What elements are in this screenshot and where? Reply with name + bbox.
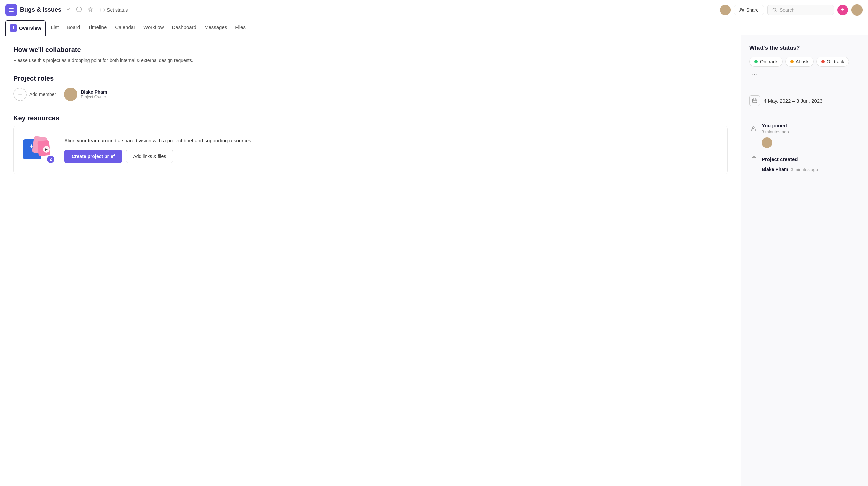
activity-created-detail: Blake Pham 3 minutes ago <box>749 167 860 172</box>
clipboard-icon <box>749 155 759 164</box>
joined-people-icon <box>749 124 759 133</box>
svg-rect-8 <box>753 99 757 103</box>
add-member-button[interactable]: + Add member <box>13 88 56 101</box>
set-status-button[interactable]: Set status <box>97 6 130 14</box>
user-avatar-left <box>720 5 731 15</box>
activity-created-title: Project created <box>762 156 798 162</box>
activity-joined-avatar <box>762 137 772 148</box>
red-dot-icon <box>821 60 825 63</box>
status-circle-icon <box>100 8 105 12</box>
tab-overview[interactable]: 1 Overview <box>5 20 46 36</box>
sidebar-divider-1 <box>749 87 860 88</box>
tab-calendar[interactable]: Calendar <box>111 20 139 35</box>
search-icon <box>772 8 777 12</box>
project-roles-section: Project roles + Add member Blake Pham Pr… <box>13 75 728 101</box>
search-box[interactable]: Search <box>767 5 834 15</box>
info-icon[interactable] <box>75 5 84 15</box>
menu-button[interactable] <box>5 4 18 16</box>
member-name: Blake Pham <box>81 90 107 95</box>
svg-rect-10 <box>752 157 756 162</box>
add-member-circle-icon: + <box>13 88 27 101</box>
chevron-down-icon[interactable] <box>65 6 72 14</box>
yellow-dot-icon <box>790 60 794 63</box>
key-resources-section: Key resources ✦ ▶ 2 Align your team arou… <box>13 115 728 174</box>
green-dot-icon <box>754 60 758 63</box>
project-title: Bugs & Issues <box>20 6 61 13</box>
activity-created-header: Project created <box>749 155 860 164</box>
member-role: Project Owner <box>81 95 107 99</box>
create-project-brief-button[interactable]: Create project brief <box>64 150 122 163</box>
activity-joined-header: You joined 3 minutes ago <box>749 123 860 134</box>
nav-tabs: 1 Overview List Board Timeline Calendar … <box>0 20 868 35</box>
date-range-text: 4 May, 2022 – 3 Jun, 2023 <box>764 98 823 104</box>
content-area: How we'll collaborate Please use this pr… <box>0 35 741 486</box>
svg-point-9 <box>752 127 754 129</box>
share-people-icon <box>739 7 744 13</box>
project-roles-title: Project roles <box>13 75 728 83</box>
resource-number-badge: 2 <box>47 156 54 163</box>
main-layout: How we'll collaborate Please use this pr… <box>0 35 868 486</box>
tab-messages[interactable]: Messages <box>200 20 231 35</box>
svg-rect-1 <box>9 10 14 10</box>
on-track-label: On track <box>760 59 778 64</box>
at-risk-label: At risk <box>796 59 809 64</box>
activity-joined: You joined 3 minutes ago <box>749 123 860 148</box>
resource-description: Align your team around a shared vision w… <box>64 137 718 144</box>
tab-dashboard[interactable]: Dashboard <box>168 20 200 35</box>
member-info: Blake Pham Project Owner <box>81 90 107 99</box>
svg-rect-0 <box>9 8 14 9</box>
resource-illustration: ✦ ▶ 2 <box>23 136 56 163</box>
star-icon[interactable] <box>86 5 95 15</box>
status-on-track-button[interactable]: On track <box>749 57 782 67</box>
status-at-risk-button[interactable]: At risk <box>785 57 814 67</box>
status-section-title: What's the status? <box>749 45 860 52</box>
date-row: 4 May, 2022 – 3 Jun, 2023 <box>749 95 860 106</box>
activity-created-author: Blake Pham <box>762 167 788 172</box>
collaborate-desc: Please use this project as a dropping po… <box>13 57 728 64</box>
play-icon: ▶ <box>43 146 50 153</box>
status-more-button[interactable]: ··· <box>749 69 760 79</box>
svg-rect-2 <box>9 11 14 12</box>
off-track-label: Off track <box>827 59 844 64</box>
activity-created-time: 3 minutes ago <box>790 167 818 172</box>
share-button[interactable]: Share <box>734 5 764 15</box>
add-links-files-button[interactable]: Add links & files <box>126 150 173 163</box>
activity-joined-time: 3 minutes ago <box>762 129 789 134</box>
tab-number-badge: 1 <box>10 24 17 32</box>
tab-files[interactable]: Files <box>231 20 250 35</box>
add-button[interactable]: + <box>837 5 848 15</box>
svg-point-4 <box>79 8 80 9</box>
resource-buttons: Create project brief Add links & files <box>64 150 718 163</box>
avatar <box>64 88 78 101</box>
tab-workflow[interactable]: Workflow <box>139 20 167 35</box>
roles-row: + Add member Blake Pham Project Owner <box>13 88 728 101</box>
resources-card: ✦ ▶ 2 Align your team around a shared vi… <box>13 126 728 174</box>
topbar: Bugs & Issues Set status Share Search + <box>0 0 868 20</box>
status-buttons: On track At risk Off track ··· <box>749 57 860 79</box>
calendar-icon <box>749 95 760 106</box>
tab-board[interactable]: Board <box>63 20 84 35</box>
resource-text: Align your team around a shared vision w… <box>64 137 718 163</box>
collaborate-title: How we'll collaborate <box>13 46 728 54</box>
status-off-track-button[interactable]: Off track <box>816 57 849 67</box>
sparkle-icon: ✦ <box>29 142 34 150</box>
key-resources-title: Key resources <box>13 115 728 122</box>
tab-timeline[interactable]: Timeline <box>84 20 111 35</box>
user-avatar-main <box>851 4 863 16</box>
activity-project-created: Project created Blake Pham 3 minutes ago <box>749 155 860 172</box>
sidebar: What's the status? On track At risk Off … <box>741 35 868 486</box>
activity-joined-title: You joined <box>762 123 787 128</box>
topbar-right: Share Search + <box>720 4 863 16</box>
svg-point-5 <box>740 8 742 10</box>
member-card: Blake Pham Project Owner <box>64 88 107 101</box>
add-member-label: Add member <box>29 92 56 97</box>
sidebar-divider-2 <box>749 114 860 115</box>
tab-list[interactable]: List <box>47 20 63 35</box>
